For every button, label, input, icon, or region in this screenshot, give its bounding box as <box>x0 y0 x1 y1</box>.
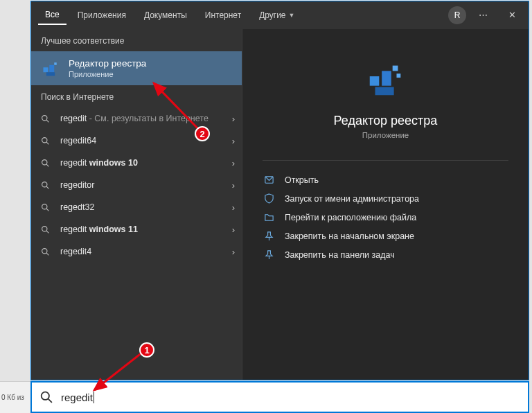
detail-title: Редактор реестра <box>334 114 438 128</box>
action-label: Перейти к расположению файла <box>285 213 416 222</box>
result-prefix: regedit <box>60 158 89 168</box>
action-open[interactable]: Открыть <box>263 170 508 189</box>
svg-line-15 <box>46 231 48 233</box>
svg-rect-21 <box>392 66 398 71</box>
tab-all[interactable]: Все <box>38 6 66 25</box>
svg-point-16 <box>42 248 47 253</box>
tab-more-label: Другие <box>259 10 285 20</box>
registry-editor-icon-large <box>361 54 411 104</box>
shield-icon <box>264 193 275 204</box>
search-icon <box>41 181 53 190</box>
action-open-file-location[interactable]: Перейти к расположению файла <box>263 208 508 227</box>
result-term: regedit <box>60 114 87 123</box>
result-prefix: regedit <box>60 225 89 234</box>
filter-tabs: Все Приложения Документы Интернет Другие… <box>38 6 448 25</box>
chevron-right-icon: › <box>232 202 235 213</box>
svg-point-8 <box>42 159 47 164</box>
tab-documents[interactable]: Документы <box>137 6 194 25</box>
svg-line-9 <box>46 164 48 166</box>
best-match-item[interactable]: Редактор реестра Приложение <box>31 51 242 85</box>
annotation-marker-2: 2 <box>195 126 210 141</box>
svg-line-5 <box>46 120 48 122</box>
svg-rect-19 <box>382 71 391 85</box>
web-result-item[interactable]: regeditor › <box>31 174 242 196</box>
external-status-text: 0 Кб из <box>0 381 30 413</box>
chevron-right-icon: › <box>232 180 235 191</box>
search-icon <box>40 391 53 403</box>
svg-point-10 <box>42 182 47 186</box>
chevron-right-icon: › <box>232 247 235 257</box>
chevron-down-icon: ▼ <box>289 12 295 19</box>
result-term: regeditor <box>60 180 94 190</box>
svg-line-11 <box>46 186 48 188</box>
svg-rect-3 <box>54 62 57 65</box>
action-label: Запуск от имени администратора <box>285 194 419 204</box>
action-label: Открыть <box>285 175 319 185</box>
svg-point-6 <box>42 137 47 142</box>
more-button[interactable]: ⋯ <box>470 5 495 26</box>
action-pin-to-start[interactable]: Закрепить на начальном экране <box>263 227 508 245</box>
pin-icon <box>264 231 275 241</box>
web-result-item[interactable]: regedit64 › <box>31 130 242 152</box>
svg-line-26 <box>94 350 145 390</box>
search-icon <box>41 137 53 146</box>
result-term-bold: windows 11 <box>89 225 138 234</box>
web-result-item[interactable]: regedit - См. результаты в Интернете › <box>31 107 242 130</box>
tab-web[interactable]: Интернет <box>198 6 248 25</box>
tab-more[interactable]: Другие ▼ <box>252 6 301 25</box>
web-result-item[interactable]: regedit windows 11 › <box>31 218 242 240</box>
chevron-right-icon: › <box>232 225 235 235</box>
action-label: Закрепить на начальном экране <box>285 231 414 241</box>
svg-rect-20 <box>375 87 393 96</box>
results-pane: Лучшее соответствие Редактор реестра При… <box>31 29 242 380</box>
svg-line-27 <box>154 83 201 132</box>
detail-actions: Открыть Запуск от имени администратора П… <box>263 170 508 264</box>
folder-icon <box>264 212 275 222</box>
svg-rect-2 <box>46 72 55 76</box>
web-result-item[interactable]: regedit4 › <box>31 240 242 263</box>
avatar[interactable]: R <box>448 6 466 24</box>
svg-rect-18 <box>369 76 379 86</box>
search-icon <box>41 114 53 123</box>
registry-editor-icon <box>41 59 60 78</box>
chevron-right-icon: › <box>232 158 235 168</box>
close-icon: ✕ <box>508 10 516 20</box>
result-term: regedit4 <box>60 247 91 256</box>
start-search-window: Все Приложения Документы Интернет Другие… <box>30 1 529 380</box>
web-result-item[interactable]: regedit windows 10 › <box>31 152 242 174</box>
pin-icon <box>264 249 275 260</box>
detail-pane: Редактор реестра Приложение Открыть Запу… <box>242 29 529 380</box>
action-run-as-admin[interactable]: Запуск от имени администратора <box>263 189 508 208</box>
search-icon <box>41 203 53 212</box>
svg-point-4 <box>42 115 47 120</box>
svg-line-13 <box>46 209 48 211</box>
result-term-bold: windows 10 <box>89 158 138 168</box>
svg-point-24 <box>42 392 49 400</box>
svg-point-14 <box>42 226 47 231</box>
close-button[interactable]: ✕ <box>499 5 524 26</box>
search-icon <box>41 159 53 168</box>
search-icon <box>41 225 53 234</box>
svg-line-17 <box>46 253 48 255</box>
action-pin-to-taskbar[interactable]: Закрепить на панели задач <box>263 245 508 264</box>
action-label: Закрепить на панели задач <box>285 250 395 260</box>
chevron-right-icon: › <box>232 114 235 124</box>
web-results-header: Поиск в Интернете <box>31 85 242 107</box>
svg-rect-1 <box>49 64 54 72</box>
result-term: regedt32 <box>60 202 94 212</box>
ellipsis-icon: ⋯ <box>479 10 488 20</box>
web-result-item[interactable]: regedt32 › <box>31 196 242 218</box>
open-icon <box>264 175 275 185</box>
svg-rect-22 <box>396 73 400 78</box>
annotation-marker-1: 1 <box>139 342 154 358</box>
best-match-title: Редактор реестра <box>69 58 146 69</box>
web-results-list: regedit - См. результаты в Интернете › r… <box>31 107 242 380</box>
divider <box>263 160 508 161</box>
svg-rect-0 <box>44 67 48 72</box>
best-match-header: Лучшее соответствие <box>31 29 242 51</box>
svg-line-7 <box>46 142 48 144</box>
svg-point-12 <box>42 204 47 209</box>
chevron-right-icon: › <box>232 136 235 146</box>
tab-apps[interactable]: Приложения <box>71 6 133 25</box>
result-term: regedit64 <box>60 136 96 146</box>
